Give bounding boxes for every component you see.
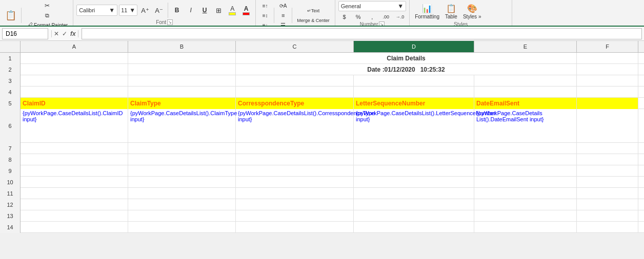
cell-e13[interactable] [474,210,577,222]
cell-a7[interactable] [21,143,128,154]
cell-d9[interactable] [354,165,474,177]
fill-color-button[interactable]: A [226,5,238,16]
decrease-font-button[interactable]: A⁻ [153,5,165,16]
cell-a10[interactable] [21,177,128,188]
cell-d4[interactable] [354,87,474,98]
cell-c1-merged[interactable]: Claim Details [236,53,577,64]
cell-styles-button[interactable]: 🎨 Styles » [461,1,484,21]
increase-decimal-button[interactable]: .00 [380,12,392,21]
currency-button[interactable]: $ [338,12,351,21]
cell-f12[interactable] [577,199,638,210]
cell-b8[interactable] [128,154,236,165]
cell-b10[interactable] [128,177,236,188]
cell-b14[interactable] [128,222,236,233]
cell-c4[interactable] [236,87,354,98]
cell-f4[interactable] [577,87,638,98]
cell-e11[interactable] [474,188,577,199]
cell-e5[interactable]: DateEmailSent [474,98,577,109]
cell-d10[interactable] [354,177,474,188]
cell-e6[interactable]: {pyWorkPage.CaseDetails List().DateEmail… [474,109,577,143]
row-header-6[interactable]: 6 [0,109,21,143]
col-header-b[interactable]: B [128,41,236,52]
align-left-button[interactable]: ≡ [277,11,289,20]
cell-c5[interactable]: CorresspondenceType [236,98,354,109]
row-header-9[interactable]: 9 [0,165,21,177]
cell-a3[interactable] [21,75,128,87]
cell-a1[interactable] [21,53,128,64]
insert-function-icon[interactable]: fx [70,30,76,37]
cell-f2[interactable] [577,64,638,75]
cell-f14[interactable] [577,222,638,233]
bold-button[interactable]: B [171,5,183,16]
copy-button[interactable]: ⧉ [24,11,70,20]
cell-b11[interactable] [128,188,236,199]
font-name-dropdown[interactable]: Calibri▼ [76,5,117,16]
cell-f5[interactable] [577,98,638,109]
number-expand-icon[interactable]: ↘ [379,21,385,27]
cell-b13[interactable] [128,210,236,222]
cell-f3[interactable] [577,75,638,87]
align-middle-button[interactable]: ≡↕ [259,11,271,20]
cell-d5[interactable]: LetterSequenceNumber [354,98,474,109]
cell-c13[interactable] [236,210,354,222]
cell-f1[interactable] [577,53,638,64]
col-header-c[interactable]: C [236,41,354,52]
row-header-14[interactable]: 14 [0,222,21,233]
row-header-10[interactable]: 10 [0,177,21,188]
cell-e3[interactable] [474,75,577,87]
cancel-formula-icon[interactable]: ✕ [54,30,59,37]
cell-d11[interactable] [354,188,474,199]
cell-b4[interactable] [128,87,236,98]
cell-b3[interactable] [128,75,236,87]
font-expand-icon[interactable]: ↘ [167,19,173,25]
cell-a8[interactable] [21,154,128,165]
comma-button[interactable]: , [366,12,378,21]
underline-button[interactable]: U [198,5,211,16]
name-box[interactable]: D16 [2,28,48,39]
font-color-button[interactable]: A [240,5,252,16]
cell-a9[interactable] [21,165,128,177]
cell-d13[interactable] [354,210,474,222]
row-header-3[interactable]: 3 [0,75,21,87]
row-header-2[interactable]: 2 [0,64,21,75]
conditional-formatting-button[interactable]: 📊 Formatting [413,1,441,21]
cell-d3[interactable] [354,75,474,87]
wrap-text-button[interactable]: ↵Text [295,6,332,15]
cell-c12[interactable] [236,199,354,210]
cell-d12[interactable] [354,199,474,210]
number-format-dropdown[interactable]: General▼ [338,1,407,11]
italic-button[interactable]: I [185,5,197,16]
cell-e7[interactable] [474,143,577,154]
format-as-table-button[interactable]: 📋 Table [443,1,459,21]
cell-e4[interactable] [474,87,577,98]
cell-c10[interactable] [236,177,354,188]
align-center-button[interactable]: ☰ [277,20,289,27]
cell-b1[interactable] [128,53,236,64]
cell-b6[interactable]: {pyWorkPage.CaseDetailsList().ClaimType … [128,109,236,143]
cell-c2-merged[interactable]: Date :01/12/2020 10:25:32 [236,64,577,75]
format-painter-button[interactable]: 🖌 Format Painter [24,20,70,27]
cell-d6[interactable]: {pyWorkPage.CaseDetailsList().LetterSequ… [354,109,474,143]
cell-a14[interactable] [21,222,128,233]
row-header-5[interactable]: 5 [0,98,21,109]
increase-font-button[interactable]: A⁺ [139,5,151,16]
merge-center-button[interactable]: Merge & Center [295,16,332,25]
cell-f6[interactable] [577,109,638,143]
corner-cell[interactable] [0,41,21,52]
align-bottom-button[interactable]: ≡↓ [259,20,271,27]
cell-e10[interactable] [474,177,577,188]
border-button[interactable]: ⊞ [212,5,225,16]
cell-a5[interactable]: ClaimID [21,98,128,109]
col-header-d[interactable]: D [354,41,474,52]
cell-a13[interactable] [21,210,128,222]
cell-f11[interactable] [577,188,638,199]
col-header-a[interactable]: A [21,41,128,52]
cut-button[interactable]: ✂ [24,1,70,10]
text-orientation-button[interactable]: ⟳A [277,1,289,10]
cell-e8[interactable] [474,154,577,165]
col-header-f[interactable]: F [577,41,638,52]
cell-f8[interactable] [577,154,638,165]
cell-f7[interactable] [577,143,638,154]
cell-f13[interactable] [577,210,638,222]
cell-c6[interactable]: {pyWorkPage.CaseDetailsList().Corresspon… [236,109,354,143]
